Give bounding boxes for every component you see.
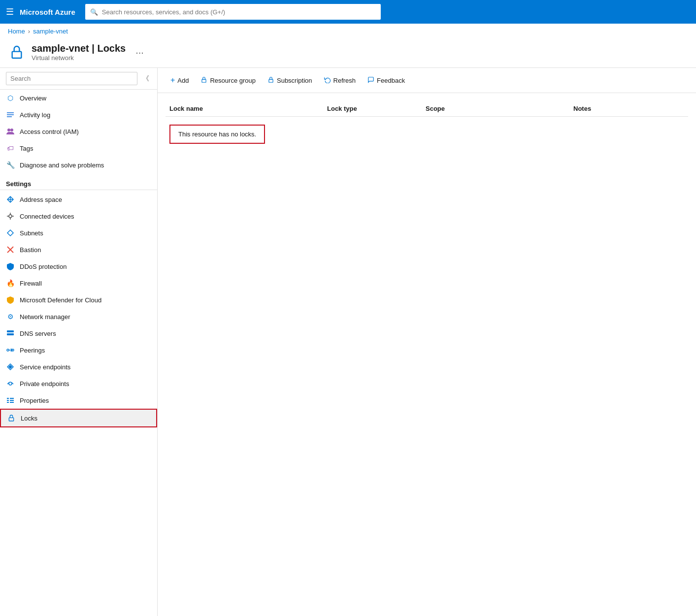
sidebar-item-properties[interactable]: Properties: [0, 392, 157, 409]
col-lock-name: Lock name: [166, 105, 323, 112]
sidebar-item-bastion-label: Bastion: [20, 246, 41, 254]
svg-point-15: [7, 349, 9, 351]
add-button[interactable]: + Add: [166, 73, 194, 88]
sidebar-item-dns-servers[interactable]: DNS servers: [0, 325, 157, 342]
sidebar-item-subnets-label: Subnets: [20, 229, 43, 237]
address-space-icon: [6, 195, 15, 204]
table-header: Lock name Lock type Scope Notes: [166, 101, 688, 117]
page-header: sample-vnet | Locks Virtual network ···: [0, 39, 696, 67]
settings-section-label: Settings: [0, 173, 157, 190]
sidebar-item-service-endpoints[interactable]: Service endpoints: [0, 358, 157, 375]
subscription-label: Subscription: [277, 77, 312, 84]
content-body: 《 ⬡ Overview Activity log Access control…: [0, 68, 696, 616]
feedback-button[interactable]: Feedback: [363, 73, 410, 88]
resource-group-icon: [200, 76, 207, 85]
refresh-label: Refresh: [333, 77, 356, 84]
firewall-icon: 🔥: [6, 279, 15, 288]
svg-point-4: [7, 129, 10, 131]
bastion-icon: [6, 245, 15, 254]
overview-icon: ⬡: [6, 94, 15, 102]
svg-point-6: [9, 215, 12, 218]
sidebar-item-dns-servers-label: DNS servers: [20, 330, 56, 337]
sidebar-item-tags[interactable]: 🏷 Tags: [0, 140, 157, 157]
svg-rect-14: [7, 333, 14, 335]
sidebar-search-input[interactable]: [6, 72, 137, 85]
page-header-text: sample-vnet | Locks Virtual network: [32, 43, 126, 62]
sidebar-item-private-endpoints[interactable]: Private endpoints: [0, 375, 157, 392]
peerings-icon: [6, 346, 15, 355]
col-notes: Notes: [569, 105, 688, 112]
locks-table: Lock name Lock type Scope Notes This res…: [158, 93, 696, 160]
sidebar-item-address-space[interactable]: Address space: [0, 191, 157, 208]
sidebar-item-ddos-protection[interactable]: DDoS protection: [0, 258, 157, 275]
sidebar-search-container: 《: [0, 68, 157, 90]
sidebar-item-bastion[interactable]: Bastion: [0, 241, 157, 258]
locks-icon: [7, 414, 16, 422]
svg-rect-23: [7, 402, 9, 403]
breadcrumb-resource[interactable]: sample-vnet: [33, 28, 68, 35]
svg-rect-13: [7, 330, 14, 332]
main-layout: Home › sample-vnet sample-vnet | Locks V…: [0, 24, 696, 616]
dns-servers-icon: [6, 329, 15, 338]
sidebar-item-connected-devices[interactable]: Connected devices: [0, 208, 157, 225]
svg-rect-21: [7, 400, 9, 401]
resource-group-button[interactable]: Resource group: [196, 73, 261, 88]
svg-rect-3: [7, 116, 12, 117]
svg-rect-19: [7, 398, 9, 399]
svg-point-18: [9, 382, 12, 385]
svg-rect-24: [10, 402, 14, 403]
sidebar-item-firewall-label: Firewall: [20, 280, 42, 287]
sidebar-item-diagnose-label: Diagnose and solve problems: [20, 162, 104, 169]
sidebar-item-activity-log[interactable]: Activity log: [0, 106, 157, 123]
svg-rect-25: [9, 418, 13, 421]
sidebar-item-defender[interactable]: Microsoft Defender for Cloud: [0, 292, 157, 308]
activity-log-icon: [6, 110, 15, 119]
hamburger-icon[interactable]: ☰: [6, 6, 14, 17]
sidebar-item-private-endpoints-label: Private endpoints: [20, 380, 69, 388]
subnets-icon: [6, 228, 15, 237]
sidebar-item-peerings-label: Peerings: [20, 347, 45, 354]
breadcrumb-separator: ›: [28, 28, 30, 35]
sidebar-item-firewall[interactable]: 🔥 Firewall: [0, 275, 157, 292]
sidebar-item-tags-label: Tags: [20, 145, 33, 152]
sidebar-item-locks[interactable]: Locks: [0, 409, 157, 427]
sidebar-item-properties-label: Properties: [20, 397, 49, 404]
feedback-label: Feedback: [377, 77, 405, 84]
svg-rect-22: [10, 400, 14, 401]
main-content: + Add Resource group Subscription: [158, 68, 696, 616]
add-icon: +: [170, 76, 175, 85]
sidebar-collapse-button[interactable]: 《: [140, 72, 151, 85]
resource-group-label: Resource group: [210, 77, 256, 84]
sidebar-item-network-manager-label: Network manager: [20, 313, 70, 321]
svg-point-5: [10, 129, 13, 131]
refresh-button[interactable]: Refresh: [319, 73, 361, 88]
global-search-input[interactable]: [102, 8, 376, 16]
col-scope: Scope: [422, 105, 569, 112]
defender-icon: [6, 295, 15, 304]
properties-icon: [6, 396, 15, 405]
sidebar-item-network-manager[interactable]: ⚙ Network manager: [0, 308, 157, 325]
sidebar-item-diagnose[interactable]: 🔧 Diagnose and solve problems: [0, 157, 157, 173]
no-locks-message: This resource has no locks.: [169, 125, 265, 144]
diagnose-icon: 🔧: [6, 161, 15, 169]
subscription-button[interactable]: Subscription: [263, 73, 317, 88]
tags-icon: 🏷: [6, 144, 15, 153]
page-title: sample-vnet | Locks: [32, 43, 126, 54]
sidebar-item-access-control[interactable]: Access control (IAM): [0, 123, 157, 140]
add-label: Add: [177, 77, 189, 84]
subscription-icon: [267, 76, 274, 85]
sidebar-item-peerings[interactable]: Peerings: [0, 342, 157, 358]
sidebar-item-overview[interactable]: ⬡ Overview: [0, 90, 157, 106]
refresh-icon: [324, 76, 331, 85]
svg-rect-27: [269, 79, 273, 82]
feedback-icon: [367, 76, 374, 85]
sidebar-item-ddos-label: DDoS protection: [20, 263, 66, 270]
sidebar-item-overview-label: Overview: [20, 95, 46, 102]
sidebar-item-defender-label: Microsoft Defender for Cloud: [20, 296, 101, 304]
svg-rect-2: [7, 114, 14, 115]
global-search-bar: 🔍: [85, 4, 381, 20]
sidebar-item-subnets[interactable]: Subnets: [0, 225, 157, 241]
breadcrumb-home[interactable]: Home: [8, 28, 25, 35]
more-options-button[interactable]: ···: [135, 47, 144, 58]
sidebar-item-activity-log-label: Activity log: [20, 111, 50, 119]
